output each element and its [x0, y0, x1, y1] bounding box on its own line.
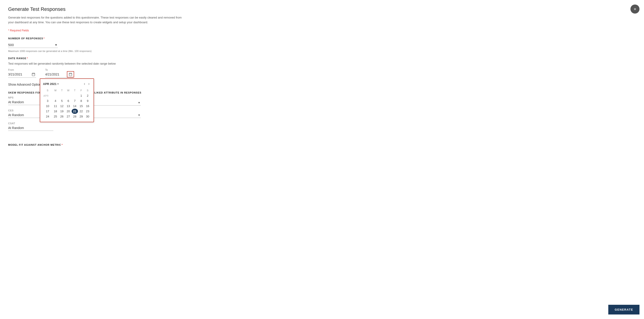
calendar-popup: APR 2021 ▾ ‹ › S M T W [40, 78, 94, 122]
cal-day-15[interactable]: 15 [78, 104, 84, 109]
day-header-thu: T [72, 88, 78, 93]
page-container: Generate Test Responses Generate test re… [0, 0, 203, 157]
cal-day-27[interactable]: 27 [65, 114, 72, 119]
skew-liked-row: SKEW RESPONSES FOR CX METRICS NPS At Ran… [8, 91, 195, 139]
to-calendar-icon-btn[interactable] [68, 72, 73, 76]
cal-day-7[interactable]: 7 [72, 98, 78, 104]
cal-day-20[interactable]: 20 [65, 109, 72, 114]
responses-select[interactable]: 100 200 300 400 500 600 700 800 900 1000 [8, 42, 58, 48]
csat-select[interactable]: At Random Positive Negative [8, 125, 53, 130]
day-header-wed: W [65, 88, 72, 93]
calendar-nav-buttons: ‹ › [82, 82, 91, 86]
cal-empty-3 [65, 93, 72, 98]
calendar-row-4: 17 18 19 20 21 22 23 [43, 109, 91, 114]
cal-day-8[interactable]: 8 [78, 98, 84, 104]
responses-helper: Maximum 1000 responses can be generated … [8, 49, 195, 53]
cal-day-4[interactable]: 4 [52, 98, 58, 104]
cal-day-25[interactable]: 25 [52, 114, 58, 119]
show-advanced-options[interactable]: Show Advanced Options [8, 83, 43, 86]
calendar-next-btn[interactable]: › [87, 82, 91, 86]
required-fields-note: * Required Fields [8, 29, 195, 32]
to-label: To [45, 68, 73, 71]
cal-day-22[interactable]: 22 [78, 109, 84, 114]
to-field-group: To [45, 68, 73, 78]
generate-button[interactable]: GENERATE [608, 305, 640, 314]
cal-day-23[interactable]: 23 [84, 109, 91, 114]
model-fit-section: MODEL FIT AGAINST ANCHOR METRIC* [8, 144, 195, 146]
show-advanced-label: Show Advanced Options [8, 83, 43, 86]
model-fit-label: MODEL FIT AGAINST ANCHOR METRIC* [8, 144, 195, 146]
cal-day-2[interactable]: 2 [84, 93, 91, 98]
cal-day-11[interactable]: 11 [52, 104, 58, 109]
cal-day-12[interactable]: 12 [59, 104, 65, 109]
day-header-tue: T [59, 88, 65, 93]
generate-btn-container: GENERATE [608, 305, 640, 314]
responses-select-wrapper: 100 200 300 400 500 600 700 800 900 1000… [8, 42, 58, 48]
calendar-month-dropdown-arrow: ▾ [58, 83, 58, 85]
day-header-sun: S [43, 88, 52, 93]
cal-day-19[interactable]: 19 [59, 109, 65, 114]
cal-day-30[interactable]: 30 [84, 114, 91, 119]
cal-day-10[interactable]: 10 [43, 104, 52, 109]
cal-day-21-selected[interactable]: 21 [72, 109, 78, 114]
date-range-label: DATE RANGE* [8, 57, 195, 60]
csat-metric-group: CSAT At Random Positive Negative [8, 122, 60, 131]
page-title: Generate Test Responses [8, 6, 195, 12]
day-header-sat: S [84, 88, 91, 93]
cal-day-14[interactable]: 14 [72, 104, 78, 109]
from-input[interactable] [8, 72, 31, 76]
cal-day-17[interactable]: 17 [43, 109, 52, 114]
calendar-month-year: APR 2021 [43, 82, 56, 86]
close-button[interactable]: × [630, 4, 640, 14]
cal-day-29[interactable]: 29 [78, 114, 84, 119]
cal-empty-4 [72, 93, 78, 98]
date-range-section: DATE RANGE* Test responses will be gener… [8, 57, 195, 78]
to-input[interactable] [45, 72, 68, 76]
date-range-description: Test responses will be generated randoml… [8, 62, 195, 65]
from-label: From [8, 68, 36, 71]
cal-day-13[interactable]: 13 [65, 104, 72, 109]
cal-empty-1 [52, 93, 58, 98]
cal-day-28[interactable]: 28 [72, 114, 78, 119]
cal-day-26[interactable]: 26 [59, 114, 65, 119]
cal-day-3[interactable]: 3 [43, 98, 52, 104]
cal-day-1[interactable]: 1 [78, 93, 84, 98]
svg-rect-0 [32, 73, 35, 76]
calendar-row-2: 3 4 5 6 7 8 9 [43, 98, 91, 104]
calendar-grid: S M T W T F S APR [43, 88, 91, 119]
cal-day-16[interactable]: 16 [84, 104, 91, 109]
calendar-row-3: 10 11 12 13 14 15 16 [43, 104, 91, 109]
responses-section: NUMBER OF RESPONSES* 100 200 300 400 500… [8, 37, 195, 53]
cal-day-5[interactable]: 5 [59, 98, 65, 104]
from-calendar-icon-btn[interactable] [31, 72, 36, 76]
cal-day-18[interactable]: 18 [52, 109, 58, 114]
calendar-row-1: APR 1 2 [43, 93, 91, 98]
day-header-fri: F [78, 88, 84, 93]
responses-label: NUMBER OF RESPONSES* [8, 37, 195, 40]
calendar-prev-btn[interactable]: ‹ [82, 82, 86, 86]
csat-type-label: CSAT [8, 122, 60, 125]
calendar-month-title: APR 2021 ▾ [43, 82, 58, 86]
csat-select-wrapper: At Random Positive Negative [8, 125, 53, 131]
calendar-row-5: 24 25 26 27 28 29 30 [43, 114, 91, 119]
from-input-row [8, 72, 36, 78]
calendar-header: APR 2021 ▾ ‹ › [43, 82, 91, 86]
to-input-row [45, 72, 73, 78]
svg-rect-4 [69, 73, 72, 76]
from-field-group: From [8, 68, 36, 78]
page-description: Generate test responses for the question… [8, 15, 184, 25]
cal-empty-2 [59, 93, 65, 98]
month-label-apr: APR [43, 93, 52, 98]
cal-day-24[interactable]: 24 [43, 114, 52, 119]
day-header-mon: M [52, 88, 58, 93]
cal-day-9[interactable]: 9 [84, 98, 91, 104]
cal-day-6[interactable]: 6 [65, 98, 72, 104]
date-fields-row: From To [8, 68, 195, 78]
